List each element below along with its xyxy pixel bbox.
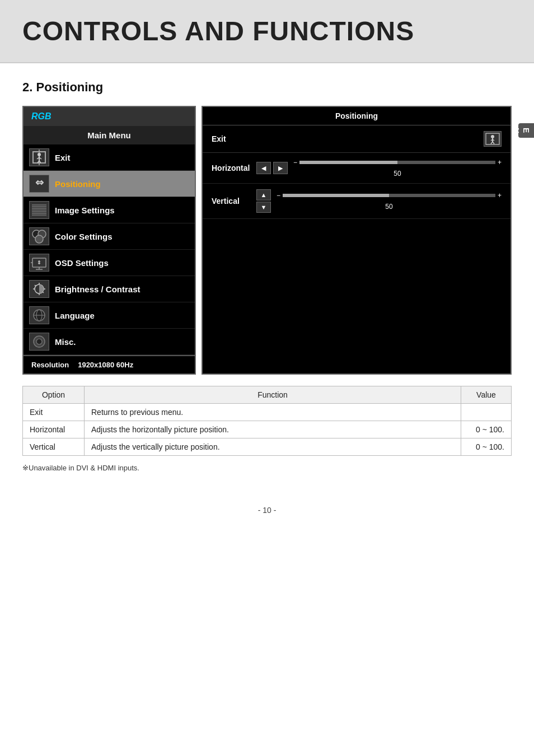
col-header-function: Function bbox=[85, 386, 461, 404]
svg-point-2 bbox=[38, 153, 41, 156]
row-horizontal-function: Adjusts the horizontally picture positio… bbox=[85, 421, 461, 438]
menu-main-header: Main Menu bbox=[24, 126, 195, 144]
menu-exit-label: Exit bbox=[55, 153, 71, 162]
row-exit-option: Exit bbox=[23, 404, 85, 421]
menu-item-brightness-contrast[interactable]: Brightness / Contrast bbox=[24, 276, 195, 302]
menu-footer: Resolution 1920x1080 60Hz bbox=[24, 355, 195, 374]
menu-positioning-label: Positioning bbox=[55, 179, 101, 189]
row-vertical-option: Vertical bbox=[23, 438, 85, 456]
positioning-icon: ⇔ bbox=[29, 175, 49, 193]
horizontal-right-arrow[interactable]: ▶ bbox=[273, 162, 288, 174]
row-horizontal-value: 0 ~ 100. bbox=[461, 421, 512, 438]
horizontal-plus: + bbox=[498, 158, 502, 166]
vertical-minus: − bbox=[277, 192, 280, 199]
positioning-panel: Positioning Exit bbox=[202, 106, 512, 375]
resolution-label: Resolution bbox=[31, 361, 69, 369]
row-exit-function: Returns to previous menu. bbox=[85, 404, 461, 421]
menu-color-settings-label: Color Settings bbox=[55, 232, 113, 241]
osd-settings-icon: ⇕ bbox=[29, 254, 49, 272]
section-name: Positioning bbox=[36, 80, 103, 94]
row-exit-value bbox=[461, 404, 512, 421]
pos-exit-row: Exit bbox=[203, 125, 510, 153]
page-title: CONTROLS AND FUNCTIONS bbox=[22, 16, 512, 46]
col-header-value: Value bbox=[461, 386, 512, 404]
col-header-option: Option bbox=[23, 386, 85, 404]
page-number: - 10 - bbox=[0, 506, 534, 526]
language-icon bbox=[29, 306, 49, 324]
vertical-plus: + bbox=[498, 192, 502, 199]
pos-horizontal-row: Horizontal ◀ ▶ − + 50 bbox=[203, 153, 510, 184]
exit-icon bbox=[29, 148, 49, 166]
table-row: Vertical Adjusts the vertically picture … bbox=[23, 438, 512, 456]
vertical-value: 50 bbox=[385, 203, 392, 211]
svg-point-37 bbox=[36, 339, 42, 344]
menu-item-osd-settings[interactable]: ⇕ OSD Settings bbox=[24, 250, 195, 276]
table-row: Horizontal Adjusts the horizontally pict… bbox=[23, 421, 512, 438]
pos-exit-icon bbox=[484, 131, 502, 147]
data-table: Option Function Value Exit Returns to pr… bbox=[22, 386, 512, 456]
menu-item-color-settings[interactable]: Color Settings bbox=[24, 223, 195, 250]
vertical-down-arrow[interactable]: ▼ bbox=[256, 202, 271, 213]
menu-panel: RGB Main Menu bbox=[22, 106, 196, 375]
svg-line-31 bbox=[35, 285, 36, 286]
menu-osd-settings-label: OSD Settings bbox=[55, 258, 109, 268]
svg-line-32 bbox=[43, 292, 44, 293]
menu-item-exit[interactable]: Exit bbox=[24, 144, 195, 171]
note: ※Unavailable in DVI & HDMI inputs. bbox=[22, 464, 512, 472]
row-vertical-value: 0 ~ 100. bbox=[461, 438, 512, 456]
table-row: Exit Returns to previous menu. bbox=[23, 404, 512, 421]
menu-item-image-settings[interactable]: Image Settings bbox=[24, 197, 195, 223]
svg-text:⇕: ⇕ bbox=[37, 260, 41, 265]
misc-icon bbox=[29, 333, 49, 351]
pos-panel-title: Positioning bbox=[203, 107, 510, 125]
color-settings-icon bbox=[29, 227, 49, 245]
horizontal-slider[interactable] bbox=[299, 161, 495, 164]
row-horizontal-option: Horizontal bbox=[23, 421, 85, 438]
svg-line-44 bbox=[493, 142, 494, 144]
menu-item-language[interactable]: Language bbox=[24, 302, 195, 329]
menu-item-misc[interactable]: Misc. bbox=[24, 329, 195, 355]
image-settings-icon bbox=[29, 201, 49, 219]
header-bar: CONTROLS AND FUNCTIONS bbox=[0, 0, 534, 63]
pos-vertical-arrows: ▲ ▼ bbox=[256, 189, 271, 213]
menu-brightness-label: Brightness / Contrast bbox=[55, 284, 140, 294]
pos-horizontal-label: Horizontal bbox=[212, 164, 256, 172]
section-number: 2. bbox=[22, 80, 32, 94]
main-content: 2. Positioning RGB Main Menu bbox=[0, 63, 534, 489]
pos-vertical-label: Vertical bbox=[212, 197, 256, 206]
horizontal-left-arrow[interactable]: ◀ bbox=[256, 162, 271, 174]
resolution-value: 1920x1080 60Hz bbox=[78, 361, 133, 369]
svg-point-39 bbox=[491, 135, 494, 138]
vertical-slider[interactable] bbox=[283, 194, 495, 197]
svg-point-19 bbox=[35, 235, 43, 243]
section-title: 2. Positioning bbox=[22, 80, 512, 95]
menu-rgb-header: RGB bbox=[24, 107, 195, 126]
row-vertical-function: Adjusts the vertically picture position. bbox=[85, 438, 461, 456]
horizontal-minus: − bbox=[293, 158, 297, 166]
pos-vertical-row: Vertical ▲ ▼ − + 50 bbox=[203, 184, 510, 219]
menu-item-positioning[interactable]: ⇔ Positioning bbox=[24, 171, 195, 197]
brightness-icon bbox=[29, 280, 49, 298]
menu-language-label: Language bbox=[55, 311, 95, 320]
menu-misc-label: Misc. bbox=[55, 337, 76, 347]
svg-text:⇔: ⇔ bbox=[35, 177, 44, 188]
menu-image-settings-label: Image Settings bbox=[55, 206, 115, 215]
osd-container: RGB Main Menu bbox=[22, 106, 512, 375]
pos-exit-label: Exit bbox=[212, 134, 484, 143]
vertical-up-arrow[interactable]: ▲ bbox=[256, 189, 271, 200]
pos-horizontal-arrows: ◀ ▶ bbox=[256, 162, 288, 174]
horizontal-value: 50 bbox=[394, 170, 401, 178]
